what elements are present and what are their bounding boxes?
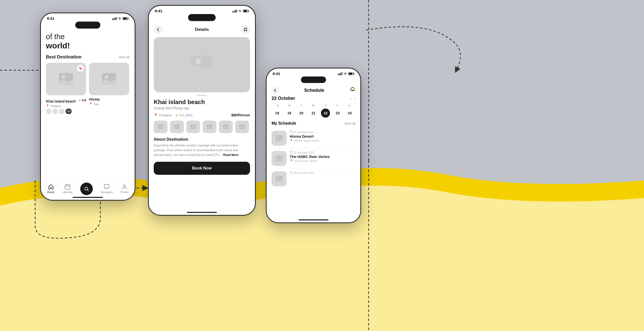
phone-left: 9:41 — [40, 13, 135, 201]
svg-rect-52 — [290, 131, 293, 134]
cal-month-row: 22 October ‹ › — [272, 96, 355, 101]
pin-icon-hisma: 📍 — [89, 102, 93, 106]
calendar-section: 22 October ‹ › S M T W T F S 18 19 20 21 — [267, 96, 360, 118]
thumb-2[interactable] — [170, 121, 184, 133]
sched-name-2: The HSBC Rain Vortex — [290, 154, 351, 159]
about-title: About Destination — [154, 137, 250, 142]
svg-point-12 — [62, 75, 65, 79]
thumb-icon-4 — [206, 124, 213, 130]
details-header: Details — [149, 22, 255, 37]
tag-bubble-1 — [46, 109, 51, 114]
day-s2: S — [343, 104, 355, 107]
pin-sched-2: 📍 — [290, 159, 293, 162]
photo-thumbnails — [154, 121, 250, 133]
nav-messages[interactable]: Messages — [100, 184, 113, 194]
nav-messages-label: Messages — [100, 191, 113, 194]
thumb-5[interactable] — [219, 121, 233, 133]
dest-sub-name: Chang Wat Phang-nga — [154, 106, 250, 110]
sched-info-3: 29 January 2023 — [290, 171, 355, 174]
cal-date-20[interactable]: 20 — [297, 109, 306, 118]
sched-thumb-2 — [272, 151, 287, 166]
sched-info-2: 31 January 2023 The HSBC Rain Vortex 📍 Z… — [290, 151, 351, 162]
svg-rect-6 — [113, 18, 114, 20]
status-icons-right — [338, 72, 354, 75]
read-more-link[interactable]: Read More — [223, 153, 238, 157]
cal-date-21[interactable]: 21 — [309, 109, 318, 118]
thumb-icon-5 — [223, 124, 229, 130]
schedule-item-2[interactable]: 31 January 2023 The HSBC Rain Vortex 📍 Z… — [267, 148, 360, 169]
hisma-location: Sau... — [94, 103, 101, 106]
sched-date-2: 31 January 2023 — [290, 151, 351, 154]
cal-date-19[interactable]: 19 — [285, 109, 294, 118]
about-text: Experience the ultimate vacation package… — [154, 143, 250, 158]
svg-rect-47 — [349, 73, 352, 75]
schedule-item-3[interactable]: 29 January 2023 — [267, 169, 360, 189]
signal-icon-center — [232, 10, 237, 13]
day-w: W — [307, 104, 319, 107]
status-bar-right: 9:41 — [267, 68, 360, 76]
schedule-back[interactable] — [272, 87, 279, 94]
battery-icon-right — [348, 72, 354, 75]
cal-date-22[interactable]: 22 — [321, 109, 330, 118]
about-section: About Destination Experience the ultimat… — [154, 137, 250, 158]
hero-placeholder-icon — [191, 55, 213, 74]
bookmark-details[interactable] — [241, 25, 250, 34]
details-title: Details — [195, 27, 209, 32]
svg-rect-8 — [116, 17, 117, 20]
thumb-4[interactable] — [203, 121, 216, 133]
svg-rect-45 — [342, 72, 342, 75]
schedule-item-1[interactable]: 23 January 2023 Hisma Desert 📍 NEOM, Sau… — [267, 128, 360, 148]
svg-rect-43 — [339, 73, 340, 75]
nav-home[interactable]: Home — [47, 184, 54, 194]
notch-right — [301, 76, 326, 83]
wifi-icon-left — [118, 17, 122, 20]
nav-calendar[interactable]: calendar — [62, 184, 73, 194]
svg-rect-44 — [340, 73, 341, 75]
khai-card-name: Khai island beach — [46, 99, 76, 103]
thumb-3[interactable] — [186, 121, 200, 133]
best-dest-view-all[interactable]: View all — [118, 55, 130, 59]
best-dest-header: Best Destination View all — [41, 54, 135, 60]
day-m: M — [284, 104, 296, 107]
sched-img-icon-3 — [275, 176, 283, 182]
sched-date-1: 23 January 2023 — [290, 131, 351, 134]
thumb-1[interactable] — [154, 121, 168, 133]
back-arrow-icon-right — [274, 89, 277, 92]
svg-rect-7 — [115, 18, 115, 20]
cal-date-18[interactable]: 18 — [273, 109, 282, 118]
status-bar-center: 9:41 — [149, 6, 255, 13]
cal-prev[interactable]: ‹ — [351, 97, 352, 101]
bookmark-khai[interactable]: 🔖 — [77, 65, 84, 72]
thumb-6[interactable] — [235, 121, 249, 133]
tag-bubble-3 — [59, 109, 64, 114]
nav-profile-label: Profile — [121, 191, 128, 194]
sched-location-1: 📍 NEOM, Saudi Arabia — [290, 139, 351, 142]
back-button[interactable] — [154, 25, 163, 34]
pin-icon-khai: 📍 — [46, 104, 49, 108]
svg-rect-23 — [234, 11, 234, 13]
sched-img-icon-1 — [275, 135, 283, 141]
notch-left — [75, 22, 100, 29]
sched-location-2: 📍 Zeero Point, Sylhet — [290, 159, 351, 162]
day-s1: S — [272, 104, 284, 107]
dest-card-khai[interactable]: 🔖 Khai island beach ★ 4.9 📍 Thailand — [46, 63, 86, 114]
home-indicator-center — [187, 212, 217, 213]
dest-card-hisma[interactable]: Hisma 📍 Sau... — [89, 63, 129, 114]
nav-profile[interactable]: Profile — [121, 184, 128, 194]
svg-rect-58 — [290, 151, 293, 154]
schedule-view-all[interactable]: View all — [344, 122, 355, 125]
dest-card-hisma-placeholder — [102, 72, 117, 86]
bell-icon-container[interactable] — [350, 87, 355, 94]
dest-rating-info: ★ 4.9 (280) — [175, 113, 192, 117]
cal-date-24[interactable]: 24 — [345, 109, 354, 118]
nav-search[interactable] — [80, 183, 93, 195]
svg-point-49 — [354, 88, 355, 89]
sched-info-1: 23 January 2023 Hisma Desert 📍 NEOM, Sau… — [290, 131, 351, 142]
star-icon-center: ★ — [175, 113, 178, 117]
book-now-button[interactable]: Book Now — [154, 162, 250, 175]
cal-date-23[interactable]: 23 — [333, 109, 342, 118]
cal-next[interactable]: › — [354, 97, 355, 101]
search-btn[interactable] — [80, 183, 93, 195]
dest-card-khai-img: 🔖 — [46, 63, 86, 95]
wifi-icon-right — [343, 72, 347, 75]
